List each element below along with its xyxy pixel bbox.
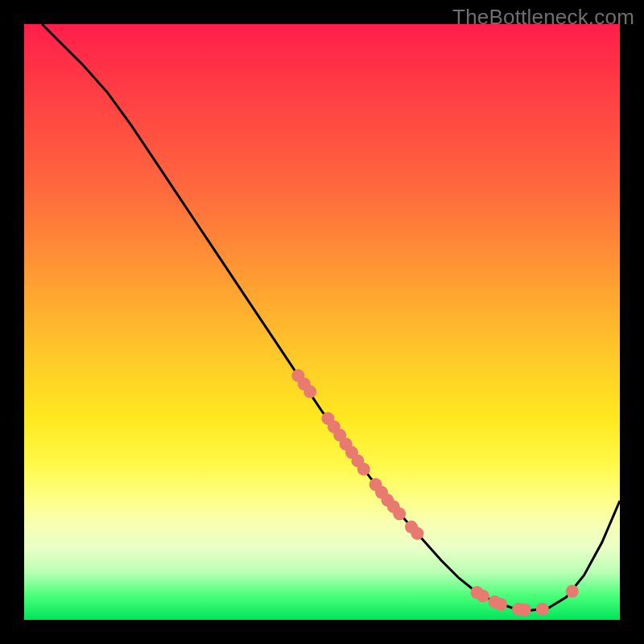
data-dot [411, 527, 423, 540]
bottleneck-curve [42, 24, 620, 610]
plot-area [24, 24, 620, 620]
data-dot [303, 386, 316, 398]
chart-frame: TheBottleneck.com [0, 0, 644, 644]
chart-svg [24, 24, 620, 620]
data-dot [357, 463, 370, 476]
data-dots [291, 369, 578, 617]
data-dot [536, 603, 549, 616]
data-dot [566, 585, 579, 598]
data-dot [393, 507, 406, 520]
data-dot [518, 603, 531, 616]
watermark-text: TheBottleneck.com [452, 5, 634, 30]
data-dot [494, 598, 507, 611]
data-dot [477, 589, 489, 602]
